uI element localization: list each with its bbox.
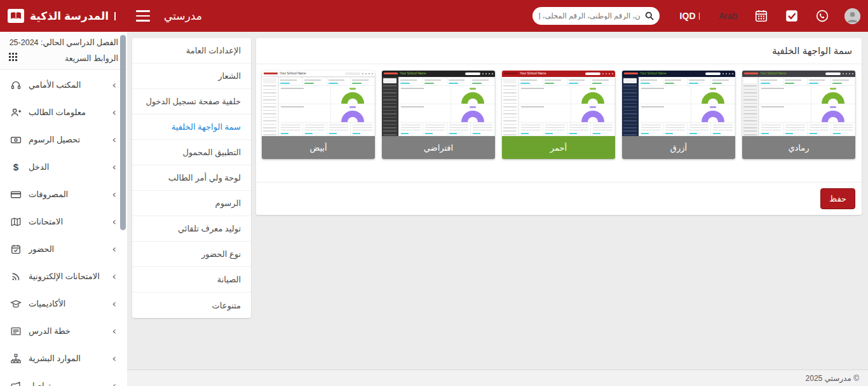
dollar-icon: $ (10, 162, 22, 173)
sidebar-item-front-office[interactable]: المكتب الأمامي‹ (0, 71, 127, 99)
donut-chart-green (691, 86, 735, 104)
menu-toggle-button[interactable] (136, 10, 150, 22)
donut-chart-green (571, 86, 614, 104)
language-selector[interactable]: Arabic (719, 11, 738, 21)
preview-topbar: Your School Name (622, 71, 735, 77)
theme-label: رمادي (742, 136, 855, 159)
brand-logo[interactable]: المدرسة الذكية (0, 0, 127, 32)
credit-card-icon (10, 189, 22, 200)
chevron-left-icon: ‹ (112, 190, 116, 200)
settings-item-maintenance[interactable]: الصيانة (132, 267, 251, 293)
donut-chart-purple (811, 104, 855, 122)
whatsapp-icon[interactable] (815, 9, 829, 23)
sidebar-nav: المكتب الأمامي‹ معلومات الطالب‹ تحصيل ال… (0, 70, 127, 386)
chevron-left-icon: ‹ (112, 217, 116, 227)
theme-card-red[interactable]: Your School Name أحمر (502, 71, 615, 159)
donut-chart-green (331, 86, 374, 104)
tasks-icon[interactable] (785, 9, 799, 23)
sidebar-item-expenses[interactable]: المصروفات‹ (0, 181, 127, 208)
preview-sidebar (262, 77, 278, 136)
theme-preview: Your School Name (742, 71, 855, 136)
settings-item-fees[interactable]: الرسوم (132, 191, 251, 216)
preview-content (278, 77, 375, 136)
session-quick-box: الفصل الدراسي الحالي: 2024-25 الروابط ال… (0, 32, 127, 70)
preview-topbar: Your School Name (742, 71, 855, 77)
backend-theme-card: سمة الواجهة الخلفية Your School Name (256, 38, 862, 215)
save-button[interactable]: حفظ (820, 188, 855, 209)
megaphone-icon (10, 380, 22, 386)
theme-preview: Your School Name (622, 71, 735, 136)
calendar-icon[interactable] (754, 9, 768, 23)
preview-content (759, 77, 855, 136)
preview-topbar: Your School Name (382, 71, 495, 77)
donut-chart-purple (451, 104, 494, 122)
sidebar-item-human-resources[interactable]: الموارد البشرية‹ (0, 345, 127, 372)
sidebar-item-student-information[interactable]: معلومات الطالب‹ (0, 99, 127, 126)
chevron-left-icon: ‹ (112, 135, 116, 145)
donut-chart-purple (691, 104, 735, 122)
theme-preview: Your School Name (262, 71, 375, 136)
map-icon (10, 216, 22, 228)
graduation-cap-icon (10, 298, 22, 310)
theme-label: افتراضي (382, 136, 495, 159)
sidebar: الفصل الدراسي الحالي: 2024-25 الروابط ال… (0, 32, 127, 386)
search-icon[interactable] (644, 11, 654, 21)
chevron-left-icon: ‹ (112, 299, 116, 309)
preview-sidebar (502, 77, 519, 136)
settings-item-login-background[interactable]: خلفية صفحة تسجيل الدخول (132, 89, 251, 114)
theme-card-white[interactable]: Your School Name أبيض (262, 71, 375, 159)
sidebar-item-academics[interactable]: الأكاديميات‹ (0, 290, 127, 317)
chevron-left-icon: ‹ (112, 354, 116, 364)
sidebar-item-online-examinations[interactable]: الامتحانات الإلكترونية‹ (0, 263, 127, 290)
settings-item-attendance-type[interactable]: نوع الحضور (132, 242, 251, 267)
money-bill-icon (10, 134, 22, 146)
settings-submenu: الإعدادات العامة الشعار خلفية صفحة تسجيل… (132, 38, 251, 318)
copyright-text: مدرستي 2025 © (806, 374, 859, 383)
theme-card-default[interactable]: Your School Name افتراضي (382, 71, 495, 159)
quick-links-toggle[interactable]: الروابط السريعة (9, 52, 118, 64)
donut-chart-green (451, 86, 494, 104)
sidebar-item-examinations[interactable]: الامتحانات‹ (0, 208, 127, 235)
settings-item-guardian-panel[interactable]: لوحة ولي أمر الطالب (132, 165, 251, 191)
user-avatar[interactable] (844, 8, 860, 24)
language-label: Arabic (719, 11, 738, 21)
theme-label: أبيض (262, 136, 375, 159)
settings-item-miscellaneous[interactable]: متنوعات (132, 293, 251, 318)
settings-item-mobile-app[interactable]: التطبيق المحمول (132, 140, 251, 165)
sidebar-item-lesson-plan[interactable]: خطة الدرس‹ (0, 317, 127, 345)
chevron-left-icon: ‹ (112, 162, 116, 172)
preview-content (639, 77, 735, 136)
sidebar-item-communicate[interactable]: تواصل‹ (0, 372, 127, 386)
newspaper-icon (10, 326, 22, 337)
sidebar-scrollbar-thumb[interactable] (120, 35, 126, 230)
quick-links-label: الروابط السريعة (65, 53, 118, 63)
chevron-left-icon: ‹ (112, 244, 116, 254)
rss-icon (10, 271, 22, 282)
donut-chart-green (811, 86, 855, 104)
donut-chart-purple (571, 104, 614, 122)
settings-item-auto-id[interactable]: توليد معرف تلقائي (132, 216, 251, 242)
sidebar-item-attendance[interactable]: الحضور‹ (0, 235, 127, 263)
sidebar-item-fees-collection[interactable]: تحصيل الرسوم‹ (0, 126, 127, 153)
preview-topbar: Your School Name (502, 71, 615, 77)
theme-label: أحمر (502, 136, 615, 159)
headset-icon (10, 79, 22, 91)
theme-card-blue[interactable]: Your School Name أزرق (622, 71, 735, 159)
brand-separator (114, 12, 116, 20)
chevron-left-icon: ‹ (112, 272, 116, 282)
user-plus-icon (10, 107, 22, 118)
currency-selector[interactable]: IQD (680, 11, 700, 21)
theme-card-gray[interactable]: Your School Name رمادي (742, 71, 855, 159)
search-input[interactable] (539, 12, 644, 20)
sidebar-item-income[interactable]: $ الدخل‹ (0, 153, 127, 181)
settings-item-general[interactable]: الإعدادات العامة (132, 38, 251, 64)
preview-sidebar (622, 77, 639, 136)
global-search (532, 7, 660, 25)
sitemap-icon (10, 353, 22, 364)
app-title: مدرستي (164, 10, 202, 23)
settings-item-logo[interactable]: الشعار (132, 64, 251, 89)
book-logo-icon (8, 9, 24, 23)
card-footer: حفظ (256, 182, 862, 215)
page-footer: مدرستي 2025 © (127, 369, 868, 386)
settings-item-backend-theme[interactable]: سمة الواجهة الخلفية (132, 114, 251, 140)
